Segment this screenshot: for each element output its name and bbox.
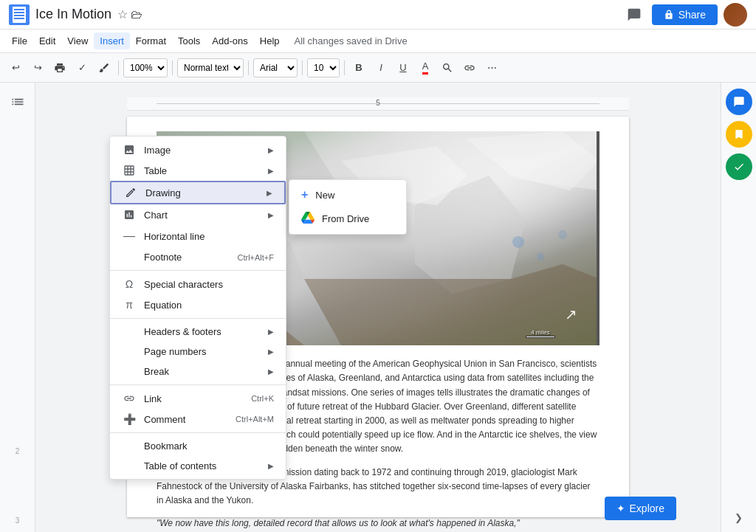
drawing-arrow: ▶: [267, 189, 272, 197]
dropdown-overlay[interactable]: Image ▶ Table ▶ Drawing ▶: [0, 83, 756, 532]
hline-icon: —: [122, 229, 137, 243]
image-label: Image: [144, 145, 268, 156]
headers-footers-arrow: ▶: [268, 328, 274, 336]
share-button[interactable]: Share: [652, 4, 718, 25]
break-arrow: ▶: [268, 367, 274, 376]
menu-item-special-chars[interactable]: Ω Special characters: [110, 274, 286, 294]
menu-edit[interactable]: Edit: [33, 32, 61, 49]
equation-icon: π: [122, 299, 137, 311]
undo-button[interactable]: ↩: [6, 58, 25, 77]
menu-item-link[interactable]: Link Ctrl+K: [110, 388, 286, 409]
italic-button[interactable]: I: [371, 58, 391, 77]
break-label: Break: [144, 366, 268, 377]
menu-item-equation[interactable]: π Equation: [110, 294, 286, 315]
print-button[interactable]: [50, 58, 69, 77]
comment-label: Comment: [144, 414, 230, 425]
comment-menu-icon: ➕: [122, 413, 137, 425]
link-button[interactable]: [460, 58, 479, 77]
fontsize-select[interactable]: 10.5: [307, 58, 340, 77]
text-color-button[interactable]: A: [416, 58, 435, 77]
page-numbers-label: Page numbers: [144, 346, 268, 357]
insert-menu: Image ▶ Table ▶ Drawing ▶: [109, 136, 286, 480]
folder-icon[interactable]: 🗁: [131, 8, 142, 21]
special-chars-label: Special characters: [144, 279, 274, 290]
menu-item-table[interactable]: Table ▶: [110, 160, 286, 181]
table-label: Table: [144, 165, 268, 176]
link-menu-icon: [122, 393, 137, 404]
menu-item-hline[interactable]: — Horizontal line: [110, 225, 286, 247]
menu-item-break[interactable]: Break ▶: [110, 362, 286, 381]
toc-label: Table of contents: [144, 460, 268, 471]
menu-tools[interactable]: Tools: [172, 32, 206, 49]
menu-item-comment[interactable]: ➕ Comment Ctrl+Alt+M: [110, 409, 286, 429]
from-drive-label: From Drive: [322, 213, 369, 224]
redo-button[interactable]: ↪: [28, 58, 47, 77]
style-select[interactable]: Normal text: [177, 58, 244, 77]
menu-insert[interactable]: Insert: [94, 32, 130, 49]
link-label: Link: [144, 393, 245, 404]
bold-button[interactable]: B: [349, 58, 368, 77]
headers-footers-label: Headers & footers: [144, 326, 268, 337]
submenu-new[interactable]: + New: [289, 183, 406, 207]
chart-icon: [122, 209, 137, 221]
menu-bar: File Edit View Insert Format Tools Add-o…: [0, 30, 756, 53]
chart-label: Chart: [144, 210, 268, 221]
menu-item-toc[interactable]: Table of contents ▶: [110, 456, 286, 476]
menu-addons[interactable]: Add-ons: [206, 32, 253, 49]
footnote-shortcut: Ctrl+Alt+F: [237, 253, 274, 262]
submenu-from-drive[interactable]: From Drive: [289, 207, 406, 231]
menu-format[interactable]: Format: [130, 32, 172, 49]
hline-label: Horizontal line: [144, 231, 274, 242]
link-shortcut: Ctrl+K: [251, 394, 274, 403]
main-area: 2 3 5: [0, 83, 756, 532]
toc-arrow: ▶: [268, 462, 274, 470]
new-drawing-icon: +: [301, 188, 308, 201]
saved-status: All changes saved in Drive: [295, 35, 408, 46]
comment-shortcut: Ctrl+Alt+M: [236, 415, 274, 424]
more-toolbar-button[interactable]: ⋯: [482, 58, 501, 77]
image-icon: [122, 144, 137, 156]
menu-item-footnote[interactable]: Footnote Ctrl+Alt+F: [110, 247, 286, 267]
bookmark-label: Bookmark: [144, 441, 274, 452]
separator-4: [110, 432, 286, 433]
menu-item-bookmark[interactable]: Bookmark: [110, 436, 286, 456]
new-drawing-label: New: [315, 190, 334, 201]
share-label: Share: [678, 9, 706, 21]
title-bar: Ice In Motion ☆ 🗁 Share: [0, 0, 756, 30]
footnote-label: Footnote: [144, 252, 231, 263]
star-icon[interactable]: ☆: [117, 7, 128, 21]
toolbar: ↩ ↪ ✓ 100% Normal text Arial 10.5 B I U …: [0, 53, 756, 83]
app-icon: [9, 4, 30, 25]
drawing-icon: [123, 187, 138, 198]
drive-icon: [301, 212, 315, 226]
menu-item-headers-footers[interactable]: Headers & footers ▶: [110, 322, 286, 342]
image-arrow: ▶: [268, 146, 274, 154]
equation-label: Equation: [144, 300, 274, 311]
page-numbers-arrow: ▶: [268, 348, 274, 356]
paint-button[interactable]: [94, 58, 114, 77]
doc-title: Ice In Motion: [35, 7, 111, 22]
table-arrow: ▶: [268, 167, 274, 175]
drawing-label: Drawing: [145, 187, 267, 198]
menu-item-image[interactable]: Image ▶: [110, 139, 286, 160]
menu-item-drawing[interactable]: Drawing ▶ + New: [110, 181, 286, 204]
title-bar-right: Share: [622, 3, 747, 27]
table-icon: [122, 165, 137, 176]
font-select[interactable]: Arial: [253, 58, 298, 77]
menu-file[interactable]: File: [6, 32, 33, 49]
zoom-select[interactable]: 100%: [123, 58, 168, 77]
separator-3: [110, 384, 286, 385]
menu-item-chart[interactable]: Chart ▶: [110, 204, 286, 225]
menu-view[interactable]: View: [61, 32, 94, 49]
spellcheck-button[interactable]: ✓: [72, 58, 92, 77]
avatar[interactable]: [724, 3, 747, 27]
menu-item-page-numbers[interactable]: Page numbers ▶: [110, 342, 286, 362]
separator-2: [110, 318, 286, 319]
highlight-button[interactable]: [438, 58, 457, 77]
underline-button[interactable]: U: [394, 58, 413, 77]
menu-help[interactable]: Help: [254, 32, 286, 49]
comment-button[interactable]: [622, 3, 646, 27]
chart-arrow: ▶: [268, 211, 274, 219]
drawing-submenu: + New: [289, 179, 407, 235]
separator-1: [110, 270, 286, 271]
